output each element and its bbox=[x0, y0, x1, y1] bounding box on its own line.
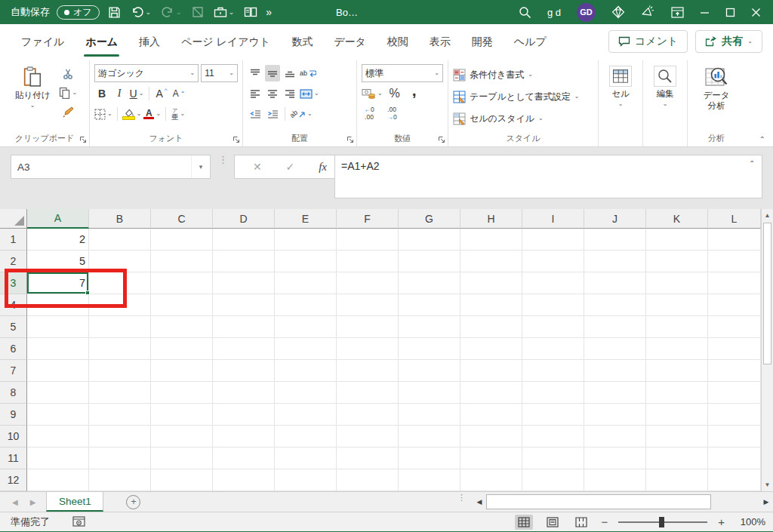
cell-K11[interactable] bbox=[646, 447, 708, 469]
align-top-button[interactable] bbox=[248, 65, 263, 81]
cell-C5[interactable] bbox=[151, 316, 213, 338]
tab-ファイル[interactable]: ファイル bbox=[11, 24, 75, 60]
cell-F11[interactable] bbox=[337, 447, 399, 469]
cell-C9[interactable] bbox=[151, 404, 213, 426]
cell-B10[interactable] bbox=[89, 426, 151, 447]
zoom-slider-thumb[interactable] bbox=[659, 517, 664, 527]
cell-D8[interactable] bbox=[213, 382, 275, 404]
cancel-entry-icon[interactable]: ✕ bbox=[253, 161, 262, 173]
cell-H11[interactable] bbox=[460, 447, 522, 469]
cell-G8[interactable] bbox=[399, 382, 460, 404]
cell-A5[interactable] bbox=[27, 316, 89, 338]
share-button[interactable]: 共有 ⌄ bbox=[695, 30, 762, 53]
cell-D1[interactable] bbox=[213, 229, 275, 251]
column-header-H[interactable]: H bbox=[460, 209, 522, 229]
undo-dropdown-icon[interactable]: ⌄ bbox=[146, 9, 152, 16]
cell-A6[interactable] bbox=[27, 338, 89, 360]
diamond-icon[interactable] bbox=[611, 5, 625, 19]
cell-A1[interactable]: 2 bbox=[27, 229, 89, 251]
underline-dropdown-icon[interactable]: ⌄ bbox=[139, 91, 144, 97]
toolbox-dropdown-icon[interactable]: ⌄ bbox=[229, 9, 235, 16]
cell-L6[interactable] bbox=[708, 338, 761, 360]
font-dialog-launcher-icon[interactable] bbox=[233, 136, 240, 143]
window-panes-icon[interactable] bbox=[242, 5, 259, 20]
vertical-scroll-thumb[interactable] bbox=[763, 223, 771, 364]
cell-G12[interactable] bbox=[399, 469, 460, 491]
cell-J7[interactable] bbox=[584, 360, 646, 382]
search-icon[interactable] bbox=[519, 6, 531, 19]
cell-G11[interactable] bbox=[399, 447, 460, 469]
format-painter-button[interactable] bbox=[59, 103, 77, 120]
accounting-dropdown-icon[interactable]: ⌄ bbox=[377, 91, 383, 97]
name-box-dropdown-icon[interactable]: ▾ bbox=[191, 155, 210, 178]
cell-J2[interactable] bbox=[584, 251, 646, 272]
cell-F1[interactable] bbox=[337, 229, 399, 251]
row-header-4[interactable]: 4 bbox=[0, 294, 27, 316]
cell-G7[interactable] bbox=[399, 360, 460, 382]
view-normal-button[interactable] bbox=[515, 515, 533, 530]
align-bottom-button[interactable] bbox=[282, 65, 297, 81]
format-as-table-dropdown-icon[interactable]: ⌄ bbox=[574, 94, 580, 100]
cell-styles-dropdown-icon[interactable]: ⌄ bbox=[538, 115, 544, 121]
cell-E6[interactable] bbox=[275, 338, 337, 360]
row-header-11[interactable]: 11 bbox=[0, 447, 27, 469]
cell-I6[interactable] bbox=[522, 338, 584, 360]
editing-dropdown-icon[interactable]: ⌄ bbox=[663, 101, 668, 107]
cell-B9[interactable] bbox=[89, 404, 151, 426]
cell-H8[interactable] bbox=[460, 382, 522, 404]
cell-C2[interactable] bbox=[151, 251, 213, 272]
cell-D4[interactable] bbox=[213, 294, 275, 316]
row-header-5[interactable]: 5 bbox=[0, 316, 27, 338]
bold-button[interactable]: B bbox=[94, 85, 109, 102]
format-as-table-button[interactable]: テーブルとして書式設定 ⌄ bbox=[453, 87, 579, 106]
font-color-dropdown-icon[interactable]: ⌄ bbox=[156, 111, 161, 117]
data-analysis-button[interactable]: データ分析 bbox=[697, 64, 736, 131]
decrease-decimal-button[interactable]: .00→0 bbox=[384, 106, 399, 122]
clipboard-dialog-launcher-icon[interactable] bbox=[79, 136, 87, 143]
increase-decimal-button[interactable]: ←0.00 bbox=[362, 106, 377, 122]
undo-icon[interactable]: ⌄ bbox=[129, 5, 153, 20]
scroll-right-icon[interactable]: ▶ bbox=[759, 494, 773, 509]
vertical-scrollbar[interactable]: ▲ ▼ bbox=[761, 209, 773, 491]
cell-C3[interactable] bbox=[151, 272, 213, 294]
tab-校閲[interactable]: 校閲 bbox=[377, 24, 419, 60]
cell-D10[interactable] bbox=[213, 426, 275, 447]
borders-button[interactable]: ⌄ bbox=[94, 106, 112, 122]
editing-button[interactable]: 編集 ⌄ bbox=[651, 64, 679, 131]
copy-dropdown-icon[interactable]: ⌄ bbox=[72, 90, 77, 96]
enter-entry-icon[interactable]: ✓ bbox=[286, 161, 295, 173]
row-header-7[interactable]: 7 bbox=[0, 360, 27, 382]
scroll-down-icon[interactable]: ▼ bbox=[762, 478, 773, 491]
avatar[interactable]: GD bbox=[577, 3, 596, 22]
alignment-dialog-launcher-icon[interactable] bbox=[346, 136, 354, 143]
cell-H7[interactable] bbox=[460, 360, 522, 382]
zoom-in-button[interactable]: + bbox=[718, 515, 725, 528]
cell-H1[interactable] bbox=[460, 229, 522, 251]
cut-button[interactable] bbox=[59, 66, 77, 82]
merge-center-button[interactable]: ⌄ bbox=[300, 85, 319, 102]
column-header-F[interactable]: F bbox=[337, 209, 399, 229]
cell-G2[interactable] bbox=[399, 251, 460, 272]
cell-I10[interactable] bbox=[522, 426, 584, 447]
font-name-select[interactable]: 游ゴシック ⌄ bbox=[94, 64, 199, 82]
tab-ホーム[interactable]: ホーム bbox=[75, 24, 128, 60]
decrease-indent-button[interactable] bbox=[248, 106, 263, 122]
decrease-font-button[interactable]: A⌄ bbox=[171, 85, 186, 102]
cell-J9[interactable] bbox=[584, 404, 646, 426]
cell-E2[interactable] bbox=[275, 251, 337, 272]
cell-A12[interactable] bbox=[27, 469, 89, 491]
tab-ページ レイアウト[interactable]: ページ レイアウト bbox=[171, 24, 281, 60]
number-dialog-launcher-icon[interactable] bbox=[438, 136, 445, 143]
name-box[interactable]: A3 ▾ bbox=[11, 155, 211, 179]
comments-button[interactable]: コメント bbox=[608, 30, 688, 53]
cell-B11[interactable] bbox=[89, 447, 151, 469]
cell-H6[interactable] bbox=[460, 338, 522, 360]
cell-E4[interactable] bbox=[275, 294, 337, 316]
cell-F10[interactable] bbox=[337, 426, 399, 447]
cell-F9[interactable] bbox=[337, 404, 399, 426]
cell-B2[interactable] bbox=[89, 251, 151, 272]
cell-I3[interactable] bbox=[522, 272, 584, 294]
borders-dropdown-icon[interactable]: ⌄ bbox=[107, 111, 112, 117]
align-right-button[interactable] bbox=[282, 85, 297, 102]
font-color-button[interactable]: A ⌄ bbox=[143, 106, 161, 122]
